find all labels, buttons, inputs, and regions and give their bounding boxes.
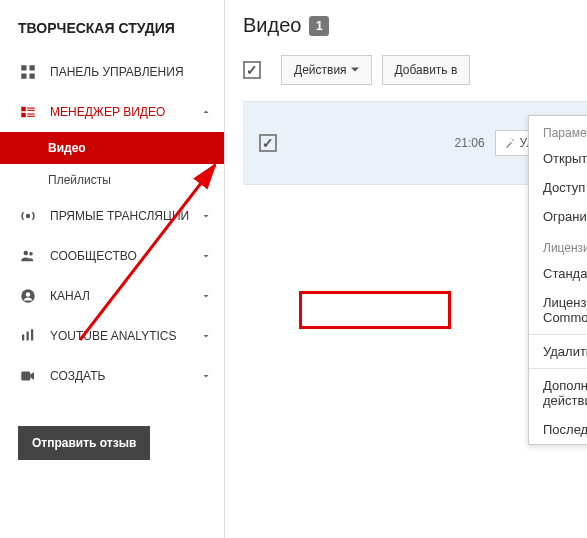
chevron-down-icon <box>200 370 212 382</box>
svg-rect-15 <box>22 335 24 341</box>
sidebar-item-label: СООБЩЕСТВО <box>50 249 137 263</box>
sidebar-item-analytics[interactable]: YOUTUBE ANALYTICS <box>0 316 224 356</box>
dropdown-divider <box>529 334 587 335</box>
sidebar-item-label: ПРЯМЫЕ ТРАНСЛЯЦИИ <box>50 209 189 223</box>
menu-item-public[interactable]: Открытый доступ <box>529 144 587 173</box>
svg-rect-18 <box>21 372 30 381</box>
caret-down-icon <box>351 66 359 74</box>
svg-rect-3 <box>30 74 35 79</box>
sidebar-title: ТВОРЧЕСКАЯ СТУДИЯ <box>0 14 224 52</box>
menu-item-delete[interactable]: Удалить <box>529 337 587 366</box>
main-content: Видео 1 Действия Добавить в 21:06 Улучши <box>225 0 587 538</box>
svg-rect-5 <box>27 108 35 109</box>
sidebar-item-label: YOUTUBE ANALYTICS <box>50 329 176 343</box>
dropdown-section-access: Параметры доступа <box>529 116 587 144</box>
dashboard-icon <box>18 62 38 82</box>
sidebar-item-live[interactable]: ПРЯМЫЕ ТРАНСЛЯЦИИ <box>0 196 224 236</box>
actions-dropdown: Параметры доступа Открытый доступ Доступ… <box>528 115 587 445</box>
menu-item-private[interactable]: Ограниченный доступ <box>529 202 587 231</box>
dropdown-section-license: Лицензия <box>529 231 587 259</box>
actions-button[interactable]: Действия <box>281 55 372 85</box>
chevron-up-icon <box>200 106 212 118</box>
svg-rect-17 <box>31 329 33 340</box>
menu-item-unlisted[interactable]: Доступ по ссылке <box>529 173 587 202</box>
svg-rect-1 <box>30 65 35 70</box>
sidebar-item-dashboard[interactable]: ПАНЕЛЬ УПРАВЛЕНИЯ <box>0 52 224 92</box>
menu-item-standard-license[interactable]: Стандартная лицензия <box>529 259 587 288</box>
chevron-down-icon <box>200 250 212 262</box>
live-icon <box>18 206 38 226</box>
menu-item-recent-actions[interactable]: Последние действия... <box>529 415 587 444</box>
dropdown-divider <box>529 368 587 369</box>
chevron-down-icon <box>200 210 212 222</box>
toolbar: Действия Добавить в <box>243 55 587 97</box>
addto-button[interactable]: Добавить в <box>382 55 471 85</box>
create-icon <box>18 366 38 386</box>
svg-point-14 <box>26 292 31 297</box>
sidebar-item-channel[interactable]: КАНАЛ <box>0 276 224 316</box>
feedback-button[interactable]: Отправить отзыв <box>18 426 150 460</box>
svg-point-11 <box>24 251 29 256</box>
actions-label: Действия <box>294 63 347 77</box>
sidebar: ТВОРЧЕСКАЯ СТУДИЯ ПАНЕЛЬ УПРАВЛЕНИЯ МЕНЕ… <box>0 0 225 538</box>
menu-item-cc-license[interactable]: Лицензия Creative Commons <box>529 288 587 332</box>
svg-rect-7 <box>21 113 26 118</box>
sidebar-subitem-videos[interactable]: Видео <box>0 132 224 164</box>
page-title: Видео <box>243 14 301 37</box>
row-checkbox[interactable] <box>259 134 277 152</box>
svg-rect-9 <box>27 116 35 117</box>
sidebar-item-label: ПАНЕЛЬ УПРАВЛЕНИЯ <box>50 65 184 79</box>
select-all-checkbox[interactable] <box>243 61 261 79</box>
svg-rect-0 <box>21 65 26 70</box>
sidebar-item-video-manager[interactable]: МЕНЕДЖЕР ВИДЕО <box>0 92 224 132</box>
sidebar-item-create[interactable]: СОЗДАТЬ <box>0 356 224 396</box>
channel-icon <box>18 286 38 306</box>
menu-item-more-actions[interactable]: Дополнительные действия... <box>529 371 587 415</box>
video-manager-icon <box>18 102 38 122</box>
sidebar-item-label: МЕНЕДЖЕР ВИДЕО <box>50 105 165 119</box>
video-count-badge: 1 <box>309 16 329 36</box>
wand-icon <box>504 137 516 149</box>
sidebar-item-community[interactable]: СООБЩЕСТВО <box>0 236 224 276</box>
community-icon <box>18 246 38 266</box>
svg-rect-8 <box>27 114 35 115</box>
svg-rect-6 <box>27 110 35 111</box>
sidebar-subitem-playlists[interactable]: Плейлисты <box>0 164 224 196</box>
svg-rect-4 <box>21 107 26 112</box>
svg-rect-16 <box>27 332 29 341</box>
chevron-down-icon <box>200 290 212 302</box>
svg-rect-2 <box>21 74 26 79</box>
svg-point-12 <box>29 252 33 256</box>
sidebar-item-label: СОЗДАТЬ <box>50 369 105 383</box>
analytics-icon <box>18 326 38 346</box>
chevron-down-icon <box>200 330 212 342</box>
sidebar-item-label: КАНАЛ <box>50 289 90 303</box>
video-duration: 21:06 <box>455 136 485 150</box>
svg-point-10 <box>26 214 31 219</box>
